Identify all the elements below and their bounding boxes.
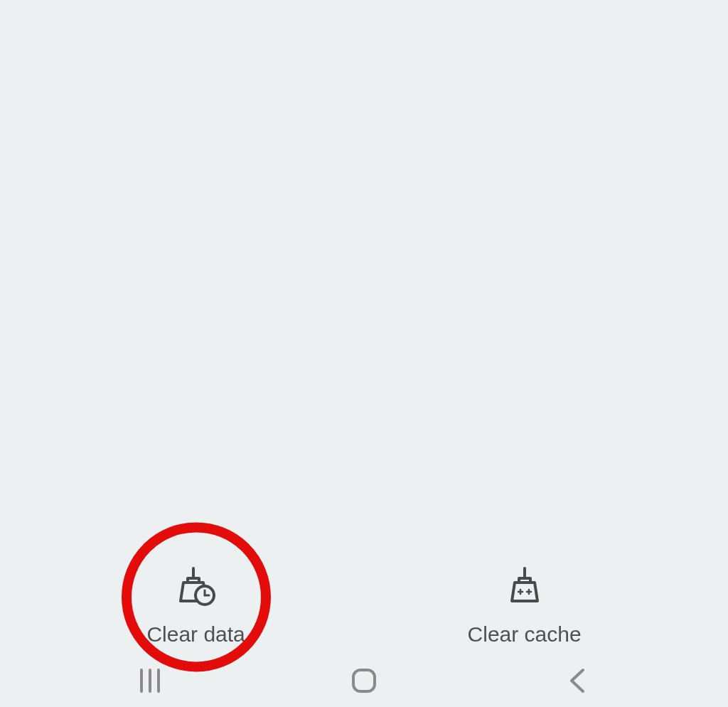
clear-data-label: Clear data bbox=[146, 622, 245, 647]
clear-data-button[interactable]: Clear data bbox=[146, 565, 245, 647]
home-button[interactable] bbox=[336, 663, 392, 698]
back-button[interactable] bbox=[550, 663, 606, 698]
home-icon bbox=[349, 666, 379, 696]
broom-data-icon bbox=[175, 565, 218, 608]
navigation-bar bbox=[0, 654, 728, 707]
back-icon bbox=[563, 666, 593, 696]
recent-apps-icon bbox=[135, 666, 165, 696]
clear-cache-label: Clear cache bbox=[468, 622, 582, 647]
svg-rect-8 bbox=[353, 670, 375, 691]
recent-apps-button[interactable] bbox=[122, 663, 178, 698]
clear-cache-button[interactable]: Clear cache bbox=[468, 565, 582, 647]
bottom-action-bar: Clear data Clear cache bbox=[0, 565, 728, 647]
broom-sparkle-icon bbox=[503, 565, 546, 608]
